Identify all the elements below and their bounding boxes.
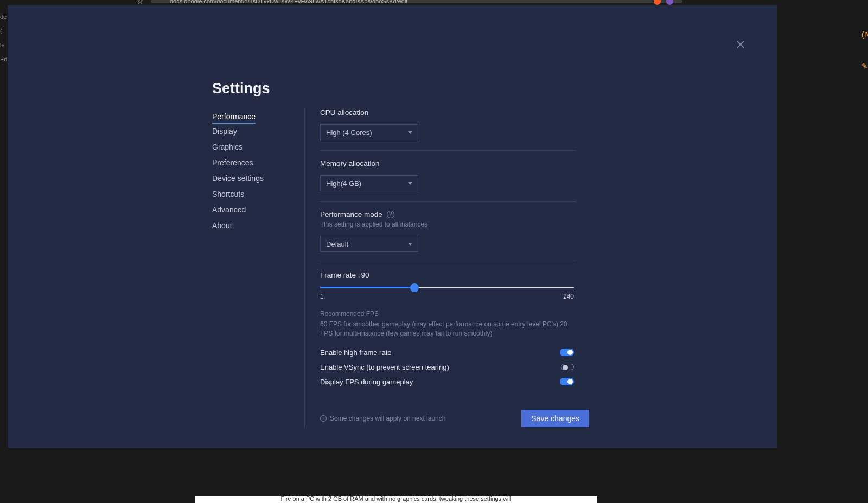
sidebar-item-about[interactable]: About: [212, 218, 304, 234]
toggle-display-fps[interactable]: [560, 378, 574, 385]
bookmark-star-icon: ☆: [137, 0, 144, 5]
sidebar-item-performance[interactable]: Performance: [212, 108, 256, 124]
section-framerate: Frame rate : 90 1 240 Recommended FPS 60…: [320, 271, 576, 386]
info-note-text: Some changes will apply on next launch: [330, 415, 445, 422]
toggle-label-high-framerate: Enable high frame rate: [320, 349, 392, 357]
background-doc-text: Fire on a PC with 2 GB of RAM and with n…: [195, 496, 597, 503]
chevron-down-icon: [408, 131, 412, 134]
memory-select[interactable]: High(4 GB): [320, 175, 418, 191]
perfmode-select[interactable]: Default: [320, 236, 418, 252]
slider-fill: [320, 287, 414, 288]
toggle-row-vsync: Enable VSync (to prevent screen tearing): [320, 363, 574, 371]
slider-min-label: 1: [320, 293, 324, 300]
close-icon: [737, 41, 744, 48]
section-memory: Memory allocation High(4 GB): [320, 159, 576, 202]
sidebar-item-advanced[interactable]: Advanced: [212, 202, 304, 218]
memory-select-value: High(4 GB): [326, 179, 361, 188]
sidebar-item-graphics[interactable]: Graphics: [212, 139, 304, 155]
framerate-value: 90: [361, 271, 369, 279]
toggle-knob: [567, 350, 573, 355]
toggle-row-display-fps: Display FPS during gameplay: [320, 378, 574, 386]
right-edge-fragment-1: (IV: [861, 30, 868, 39]
cpu-select[interactable]: High (4 Cores): [320, 124, 418, 140]
toggle-label-vsync: Enable VSync (to prevent screen tearing): [320, 363, 449, 371]
page-title: Settings: [212, 80, 270, 97]
recommended-fps-body: 60 FPS for smoother gameplay (may effect…: [320, 320, 574, 339]
info-note: i Some changes will apply on next launch: [320, 415, 445, 422]
sidebar-item-preferences[interactable]: Preferences: [212, 155, 304, 171]
perfmode-label-text: Performance mode: [320, 210, 382, 218]
chevron-down-icon: [408, 182, 412, 185]
left-edge-fragment: de ( le Edi A: [0, 10, 8, 64]
sidebar-item-device-settings[interactable]: Device settings: [212, 171, 304, 186]
memory-label: Memory allocation: [320, 159, 576, 167]
chevron-down-icon: [408, 243, 412, 246]
toggle-label-display-fps: Display FPS during gameplay: [320, 378, 413, 386]
toggle-vsync[interactable]: [561, 364, 574, 370]
framerate-label-prefix: Frame rate :: [320, 271, 360, 279]
help-icon[interactable]: ?: [387, 211, 394, 218]
sidebar-item-display[interactable]: Display: [212, 124, 304, 139]
perfmode-sublabel: This setting is applied to all instances: [320, 221, 576, 228]
toggle-knob: [567, 379, 573, 384]
close-button[interactable]: [734, 38, 747, 51]
info-icon: i: [320, 415, 327, 422]
right-edge-pencil-icon: ✎: [861, 62, 868, 70]
settings-main-panel: CPU allocation High (4 Cores) Memory all…: [304, 108, 576, 427]
footer-row: i Some changes will apply on next launch…: [320, 410, 589, 427]
browser-url-bar: docs.google.com/document/d/1sD19xDwLsWKF…: [151, 0, 682, 3]
settings-modal: Settings PerformanceDisplayGraphicsPrefe…: [8, 5, 777, 448]
sidebar-item-shortcuts[interactable]: Shortcuts: [212, 186, 304, 202]
framerate-slider[interactable]: [320, 287, 574, 288]
slider-thumb[interactable]: [410, 283, 419, 292]
save-changes-button[interactable]: Save changes: [521, 410, 589, 427]
cpu-label: CPU allocation: [320, 108, 576, 117]
framerate-label: Frame rate : 90: [320, 271, 576, 279]
perfmode-select-value: Default: [326, 240, 348, 248]
slider-max-label: 240: [563, 293, 574, 300]
toggle-high-framerate[interactable]: [560, 349, 574, 356]
section-cpu: CPU allocation High (4 Cores): [320, 108, 576, 151]
perfmode-label: Performance mode ?: [320, 210, 576, 218]
cpu-select-value: High (4 Cores): [326, 128, 372, 137]
settings-sidebar: PerformanceDisplayGraphicsPreferencesDev…: [212, 108, 304, 427]
toggle-knob: [563, 365, 568, 370]
recommended-fps-title: Recommended FPS: [320, 310, 576, 318]
section-perfmode: Performance mode ? This setting is appli…: [320, 210, 576, 262]
toggle-row-high-framerate: Enable high frame rate: [320, 349, 574, 357]
